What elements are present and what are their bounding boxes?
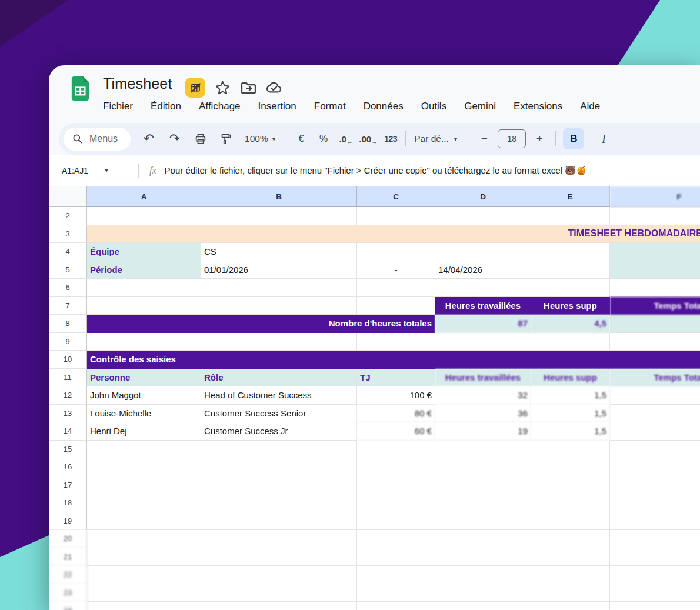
cell-A7[interactable] [87, 297, 201, 315]
row-header-13[interactable]: 13 [49, 405, 87, 423]
cell-A18[interactable] [87, 494, 201, 512]
cell-C22[interactable] [357, 566, 435, 584]
paint-format-button[interactable] [215, 128, 235, 149]
row-header-4[interactable]: 4 [49, 243, 87, 261]
cell-F23[interactable] [610, 584, 700, 602]
cell-A23[interactable] [87, 584, 201, 602]
row-header-8[interactable]: 8 [49, 315, 87, 333]
cell-A6[interactable] [87, 279, 201, 297]
cell-C16[interactable] [357, 458, 435, 476]
column-header-E[interactable]: E [531, 186, 610, 207]
cell-F8[interactable] [610, 315, 700, 333]
cell-A11[interactable]: Personne [87, 369, 201, 387]
cell-D7[interactable]: Heures travaillées [435, 297, 531, 315]
row-header-21[interactable]: 21 [49, 548, 87, 566]
cell-F7[interactable]: Temps Total [610, 297, 700, 315]
cell-E16[interactable] [531, 458, 610, 476]
move-to-folder-icon[interactable] [239, 79, 257, 96]
row-header-5[interactable]: 5 [49, 261, 87, 279]
cell-F16[interactable] [610, 458, 700, 476]
cell-C11[interactable]: TJ [357, 369, 435, 387]
select-all-corner[interactable] [49, 186, 87, 207]
cell-C18[interactable] [357, 494, 435, 512]
row-header-9[interactable]: 9 [49, 333, 87, 351]
menu-outils[interactable]: Outils [421, 98, 446, 115]
cell-A9[interactable] [87, 333, 201, 351]
row-header-6[interactable]: 6 [49, 279, 87, 297]
cloud-saved-icon[interactable] [265, 79, 283, 96]
cell-B20[interactable] [201, 530, 357, 548]
cell-E9[interactable] [531, 333, 610, 351]
menu-edition[interactable]: Édition [151, 98, 181, 115]
increase-decimals-button[interactable]: .00→ [358, 128, 378, 149]
decrease-font-size-button[interactable]: − [474, 128, 494, 149]
cell-F21[interactable] [610, 548, 700, 566]
cell-C24[interactable] [357, 602, 435, 610]
cell-A4[interactable]: Équipe [87, 243, 201, 261]
cell-E20[interactable] [531, 530, 610, 548]
cell-E12[interactable]: 1,5 [531, 386, 610, 405]
cell-D16[interactable] [435, 458, 531, 476]
row-header-14[interactable]: 14 [49, 422, 87, 441]
menu-affichage[interactable]: Affichage [199, 98, 241, 115]
cell-A19[interactable] [87, 512, 201, 531]
cell-E24[interactable] [531, 602, 610, 610]
cell-E18[interactable] [531, 494, 610, 512]
cell-F9[interactable] [610, 333, 700, 351]
cell-E8[interactable]: 4,5 [531, 315, 610, 333]
cell-D5[interactable]: 14/04/2026 [435, 261, 531, 279]
cell-A22[interactable] [87, 566, 201, 584]
cell-C9[interactable] [357, 333, 435, 351]
cell-E21[interactable] [531, 548, 610, 566]
cell-F22[interactable] [610, 566, 700, 584]
cell-F14[interactable] [610, 422, 700, 441]
cell-B7[interactable] [201, 297, 357, 315]
menu-extensions[interactable]: Extensions [514, 98, 562, 115]
row-header-7[interactable]: 7 [49, 297, 87, 315]
cell-E4[interactable] [531, 243, 610, 261]
menu-gemini[interactable]: Gemini [464, 98, 496, 115]
cell-F15[interactable] [610, 441, 700, 459]
cell-E13[interactable]: 1,5 [531, 405, 610, 423]
row-header-17[interactable]: 17 [49, 476, 87, 495]
cell-F6[interactable] [610, 279, 700, 297]
row-header-3[interactable]: 3 [49, 225, 87, 244]
cell-D8[interactable]: 87 [435, 315, 531, 333]
row-header-24[interactable]: 24 [49, 602, 87, 610]
cell-A16[interactable] [87, 458, 201, 476]
cell-D21[interactable] [435, 548, 531, 566]
cell-C2[interactable] [357, 207, 435, 225]
cell-B6[interactable] [201, 279, 357, 297]
cell-F4[interactable] [610, 243, 700, 261]
cell-F24[interactable] [610, 602, 700, 610]
menu-insertion[interactable]: Insertion [258, 98, 296, 115]
formula-input[interactable]: Pour éditer le fichier, cliquer sur le m… [165, 165, 587, 176]
menu-donnees[interactable]: Données [364, 98, 404, 115]
row-header-20[interactable]: 20 [49, 530, 87, 548]
cell-D11[interactable]: Heures travaillées [435, 369, 531, 387]
cell-F11[interactable]: Temps Total [610, 369, 700, 387]
cell-D14[interactable]: 19 [435, 422, 531, 441]
cell-C7[interactable] [357, 297, 435, 315]
cell-A3[interactable]: TIMESHEET HEBDOMADAIRE [87, 225, 700, 244]
cell-F12[interactable] [610, 386, 700, 405]
row-header-23[interactable]: 23 [49, 584, 87, 602]
percent-format-button[interactable]: % [314, 128, 334, 149]
cell-E6[interactable] [531, 279, 610, 297]
cell-D12[interactable]: 32 [435, 386, 531, 405]
cell-D15[interactable] [435, 441, 531, 459]
cell-D4[interactable] [435, 243, 531, 261]
menu-fichier[interactable]: Fichier [103, 98, 133, 115]
cell-D20[interactable] [435, 530, 531, 548]
more-formats-button[interactable]: 123 [381, 128, 401, 149]
row-header-19[interactable]: 19 [49, 512, 87, 531]
cell-F17[interactable] [610, 476, 700, 495]
cell-C14[interactable]: 60 € [357, 422, 435, 441]
cell-E19[interactable] [531, 512, 610, 531]
decrease-decimals-button[interactable]: .0← [336, 128, 356, 149]
row-header-2[interactable]: 2 [49, 207, 87, 225]
cell-B15[interactable] [201, 441, 357, 459]
cell-A17[interactable] [87, 476, 201, 495]
row-header-18[interactable]: 18 [49, 494, 87, 512]
cell-E7[interactable]: Heures supp [531, 297, 610, 315]
